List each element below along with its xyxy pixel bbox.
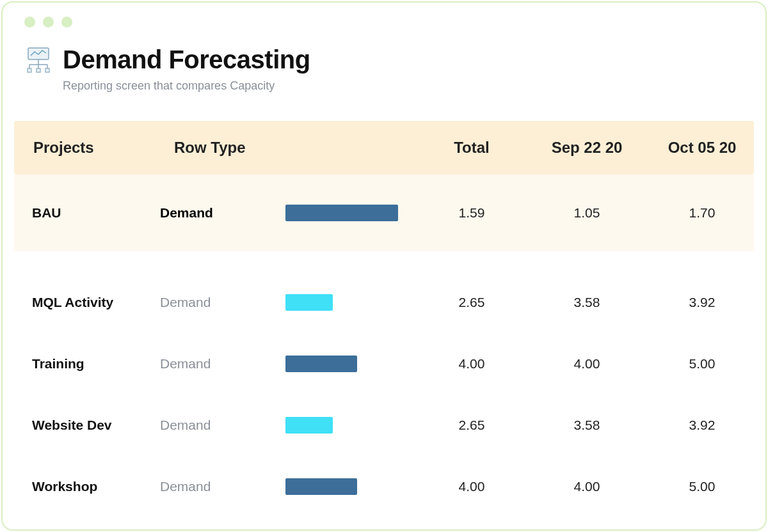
cell-bar	[283, 294, 417, 311]
cell-rowtype: Demand	[155, 356, 283, 372]
cell-sep: 1.05	[526, 205, 648, 221]
cell-sep: 3.58	[526, 295, 648, 310]
app-window: Demand Forecasting Reporting screen that…	[1, 1, 767, 531]
spacer	[14, 251, 754, 272]
cell-project: Training	[14, 356, 155, 372]
demand-bar	[285, 294, 333, 311]
cell-total: 2.65	[417, 418, 526, 433]
cell-total: 4.00	[417, 356, 526, 372]
cell-rowtype: Demand	[155, 479, 283, 494]
table-body: BAUDemand1.591.051.70MQL ActivityDemand2…	[14, 175, 754, 517]
demand-bar	[285, 205, 398, 221]
page-header: Demand Forecasting	[3, 27, 765, 78]
window-controls	[3, 3, 765, 27]
cell-project: MQL Activity	[14, 295, 155, 310]
table-row[interactable]: TrainingDemand4.004.005.00	[14, 333, 754, 395]
cell-bar	[283, 205, 417, 221]
svg-rect-6	[28, 68, 31, 72]
window-dot-1[interactable]	[24, 17, 35, 27]
demand-bar	[285, 417, 333, 434]
cell-total: 4.00	[417, 479, 526, 494]
cell-sep: 4.00	[526, 356, 648, 372]
cell-total: 2.65	[417, 295, 526, 310]
table-row[interactable]: WorkshopDemand4.004.005.00	[14, 456, 754, 517]
cell-rowtype: Demand	[155, 295, 283, 310]
table-row[interactable]: Website DevDemand2.653.583.92	[14, 395, 754, 456]
col-projects: Projects	[14, 139, 155, 157]
forecast-table: Projects Row Type Total Sep 22 20 Oct 05…	[14, 121, 754, 517]
cell-bar	[283, 356, 417, 372]
cell-project: Workshop	[14, 479, 155, 494]
cell-rowtype: Demand	[155, 205, 283, 221]
cell-project: BAU	[14, 205, 155, 221]
window-dot-2[interactable]	[43, 17, 54, 27]
table-row[interactable]: BAUDemand1.591.051.70	[14, 175, 754, 251]
table-row[interactable]: MQL ActivityDemand2.653.583.92	[14, 272, 754, 333]
table-header: Projects Row Type Total Sep 22 20 Oct 05…	[14, 121, 754, 175]
cell-sep: 3.58	[526, 418, 648, 433]
cell-oct: 5.00	[648, 356, 756, 372]
forecast-icon	[24, 45, 52, 74]
demand-bar	[285, 356, 357, 372]
cell-rowtype: Demand	[155, 418, 283, 433]
cell-oct: 5.00	[648, 479, 756, 494]
cell-sep: 4.00	[526, 479, 648, 494]
page-title: Demand Forecasting	[63, 45, 310, 74]
col-total: Total	[417, 139, 526, 157]
cell-bar	[283, 417, 417, 434]
demand-bar	[285, 478, 357, 495]
col-rowtype: Row Type	[155, 139, 283, 157]
cell-project: Website Dev	[14, 418, 155, 433]
svg-rect-8	[45, 68, 49, 72]
cell-oct: 3.92	[648, 295, 756, 310]
window-dot-3[interactable]	[61, 17, 72, 27]
page-subtitle: Reporting screen that compares Capacity	[3, 79, 765, 93]
cell-bar	[283, 478, 417, 495]
cell-oct: 3.92	[648, 418, 756, 433]
svg-rect-7	[36, 68, 40, 72]
cell-total: 1.59	[417, 205, 526, 221]
col-oct: Oct 05 20	[648, 139, 756, 157]
cell-oct: 1.70	[648, 205, 756, 221]
col-sep: Sep 22 20	[526, 139, 648, 157]
